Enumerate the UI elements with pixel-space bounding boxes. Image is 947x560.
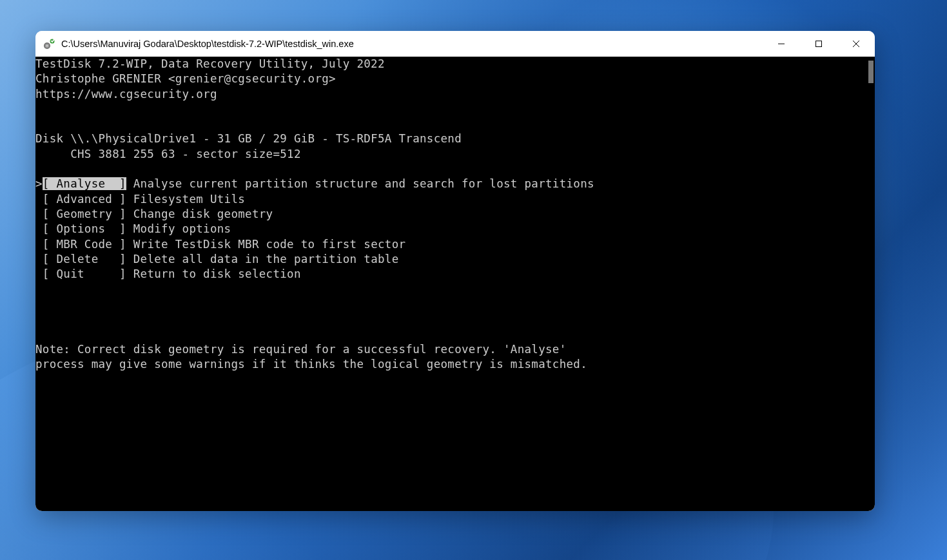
disk-info-line-1: Disk \\.\PhysicalDrive1 - 31 GB / 29 GiB…: [35, 132, 462, 145]
note-line-2: process may give some warnings if it thi…: [35, 358, 587, 371]
note-line-1: Note: Correct disk geometry is required …: [35, 343, 567, 356]
app-window: C:\Users\Manuviraj Godara\Desktop\testdi…: [35, 31, 875, 511]
menu-item-analyse[interactable]: >[ Analyse ] Analyse current partition s…: [35, 177, 594, 190]
window-controls: [763, 31, 875, 56]
svg-rect-5: [816, 41, 822, 46]
header-line-3: https://www.cgsecurity.org: [35, 88, 217, 101]
titlebar[interactable]: C:\Users\Manuviraj Godara\Desktop\testdi…: [35, 31, 875, 57]
menu-item-delete[interactable]: [ Delete ] Delete all data in the partit…: [35, 253, 398, 266]
terminal-content: TestDisk 7.2-WIP, Data Recovery Utility,…: [35, 57, 875, 372]
menu-item-quit[interactable]: [ Quit ] Return to disk selection: [35, 267, 301, 280]
menu-item-geometry[interactable]: [ Geometry ] Change disk geometry: [35, 208, 273, 220]
minimize-button[interactable]: [763, 31, 800, 56]
scrollbar-thumb[interactable]: [868, 61, 874, 83]
disk-info-line-2: CHS 3881 255 63 - sector size=512: [35, 148, 301, 160]
svg-point-2: [46, 44, 48, 46]
menu-item-mbrcode[interactable]: [ MBR Code ] Write TestDisk MBR code to …: [35, 238, 405, 251]
terminal-area[interactable]: TestDisk 7.2-WIP, Data Recovery Utility,…: [35, 57, 875, 511]
header-line-2: Christophe GRENIER <grenier@cgsecurity.o…: [35, 72, 336, 85]
menu-item-options[interactable]: [ Options ] Modify options: [35, 222, 231, 235]
header-line-1: TestDisk 7.2-WIP, Data Recovery Utility,…: [35, 57, 385, 70]
app-icon: [43, 38, 55, 50]
maximize-button[interactable]: [800, 31, 837, 56]
menu-item-advanced[interactable]: [ Advanced ] Filesystem Utils: [35, 193, 245, 206]
close-button[interactable]: [837, 31, 875, 56]
window-title: C:\Users\Manuviraj Godara\Desktop\testdi…: [61, 39, 763, 49]
